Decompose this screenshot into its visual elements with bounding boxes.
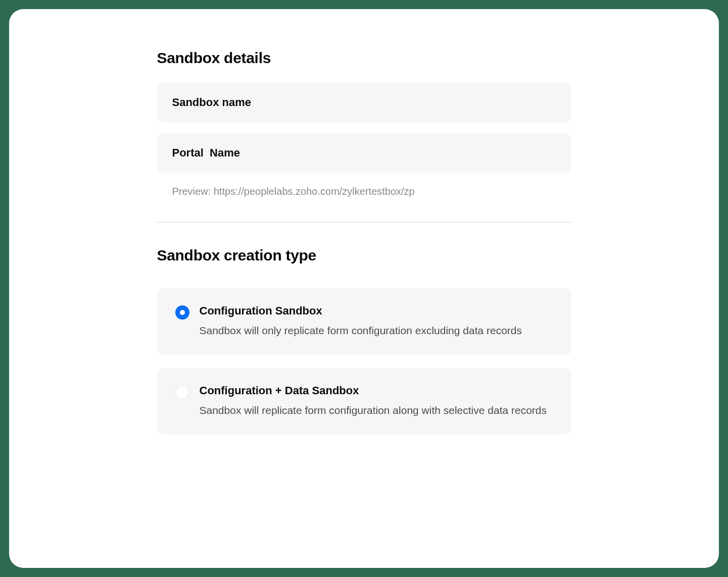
- radio-option-title: Configuration Sandbox: [200, 304, 553, 318]
- content-container: Sandbox details Preview: https://peoplel…: [157, 49, 571, 434]
- sandbox-creation-type-heading: Sandbox creation type: [157, 247, 571, 264]
- preview-url-text: Preview: https://peoplelabs.zoho.com/zyl…: [157, 186, 571, 197]
- radio-button-selected-icon: [175, 305, 189, 320]
- radio-content: Configuration Sandbox Sandbox will only …: [200, 304, 553, 339]
- radio-content: Configuration + Data Sandbox Sandbox wil…: [200, 384, 553, 418]
- portal-name-input[interactable]: [157, 133, 571, 173]
- radio-option-configuration-data-sandbox[interactable]: Configuration + Data Sandbox Sandbox wil…: [157, 368, 571, 435]
- radio-option-description: Sandbox will replicate form configuratio…: [200, 402, 553, 418]
- radio-option-configuration-sandbox[interactable]: Configuration Sandbox Sandbox will only …: [157, 288, 571, 355]
- radio-option-title: Configuration + Data Sandbox: [200, 384, 553, 397]
- radio-button-unselected-icon: [175, 385, 189, 399]
- sandbox-details-heading: Sandbox details: [157, 49, 571, 67]
- radio-option-description: Sandbox will only replicate form configu…: [200, 323, 553, 339]
- section-divider: [157, 222, 571, 223]
- main-window: Sandbox details Preview: https://peoplel…: [9, 9, 719, 568]
- sandbox-name-input[interactable]: [157, 83, 571, 122]
